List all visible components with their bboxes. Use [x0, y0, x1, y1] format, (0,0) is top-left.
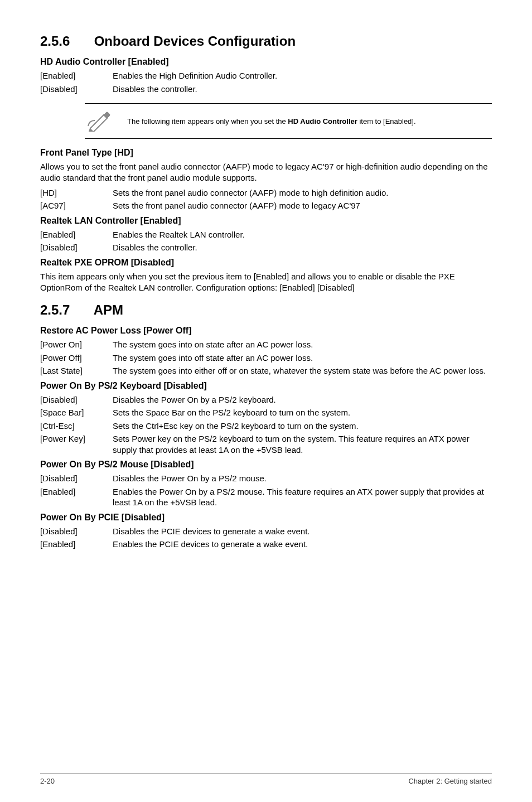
config-row: [Space Bar] Sets the Space Bar on the PS… — [40, 407, 492, 418]
section-title: Onboard Devices Configuration — [94, 33, 296, 49]
option-desc: Sets the front panel audio connector (AA… — [113, 187, 492, 199]
config-row: [Enabled] Enables the Realtek LAN contro… — [40, 229, 492, 240]
option-label: [Enabled] — [40, 229, 113, 240]
option-desc: The system goes into on state after an A… — [113, 339, 492, 350]
option-label: [Disabled] — [40, 473, 113, 484]
option-desc: Sets the Space Bar on the PS/2 keyboard … — [113, 407, 492, 418]
ps2-keyboard-heading: Power On By PS/2 Keyboard [Disabled] — [40, 381, 492, 391]
chapter-label: Chapter 2: Getting started — [408, 777, 492, 785]
pencil-icon — [87, 108, 112, 134]
option-desc: Disables the Power On by a PS/2 keyboard… — [113, 394, 492, 405]
section-number: 2.5.7 — [40, 302, 90, 318]
option-desc: The system goes into off state after an … — [113, 352, 492, 364]
config-row: [Enabled] Enables the PCIE devices to ge… — [40, 539, 492, 550]
front-panel-heading: Front Panel Type [HD] — [40, 148, 492, 158]
config-row: [Power On] The system goes into on state… — [40, 339, 492, 350]
option-label: [Enabled] — [40, 70, 113, 81]
option-desc: Disables the controller. — [113, 84, 492, 95]
realtek-pxe-heading: Realtek PXE OPROM [Disabled] — [40, 258, 492, 268]
option-desc: Enables the Realtek LAN controller. — [113, 229, 492, 240]
note-prefix: The following item appears only when you… — [127, 117, 288, 125]
option-desc: Sets the front panel audio connector (AA… — [113, 200, 492, 211]
config-row: [Disabled] Disables the Power On by a PS… — [40, 394, 492, 405]
section-title: APM — [94, 302, 123, 317]
option-label: [AC97] — [40, 200, 113, 211]
config-row: [Last State] The system goes into either… — [40, 365, 492, 376]
note-block: The following item appears only when you… — [85, 103, 492, 139]
section-number: 2.5.6 — [40, 33, 90, 49]
config-row: [Enabled] Enables the Power On by a PS/2… — [40, 486, 492, 508]
option-label: [Power Off] — [40, 352, 113, 364]
config-row: [AC97] Sets the front panel audio connec… — [40, 200, 492, 211]
option-label: [Disabled] — [40, 84, 113, 95]
option-label: [Power On] — [40, 339, 113, 350]
option-label: [HD] — [40, 187, 113, 199]
option-desc: The system goes into either off or on st… — [113, 365, 492, 376]
option-label: [Space Bar] — [40, 407, 113, 418]
option-label: [Disabled] — [40, 394, 113, 405]
config-row: [HD] Sets the front panel audio connecto… — [40, 187, 492, 199]
front-panel-intro: Allows you to set the front panel audio … — [40, 161, 492, 184]
option-label: [Ctrl-Esc] — [40, 421, 113, 432]
option-label: [Enabled] — [40, 486, 113, 508]
realtek-pxe-body: This item appears only when you set the … — [40, 271, 492, 294]
option-label: [Disabled] — [40, 526, 113, 537]
config-row: [Ctrl-Esc] Sets the Ctrl+Esc key on the … — [40, 421, 492, 432]
option-label: [Last State] — [40, 365, 113, 376]
section-heading-257: 2.5.7 APM — [40, 302, 492, 318]
option-desc: Disables the controller. — [113, 242, 492, 253]
config-row: [Power Off] The system goes into off sta… — [40, 352, 492, 364]
pcie-heading: Power On By PCIE [Disabled] — [40, 513, 492, 523]
page-number: 2-20 — [40, 777, 55, 785]
config-row: [Disabled] Disables the PCIE devices to … — [40, 526, 492, 537]
restore-ac-heading: Restore AC Power Loss [Power Off] — [40, 326, 492, 336]
option-desc: Enables the High Definition Audio Contro… — [113, 70, 492, 81]
page-footer: 2-20 Chapter 2: Getting started — [40, 773, 492, 785]
realtek-lan-heading: Realtek LAN Controller [Enabled] — [40, 216, 492, 226]
option-desc: Sets the Ctrl+Esc key on the PS/2 keyboa… — [113, 421, 492, 432]
section-heading-256: 2.5.6 Onboard Devices Configuration — [40, 33, 492, 49]
option-label: [Power Key] — [40, 433, 113, 455]
option-label: [Enabled] — [40, 539, 113, 550]
config-row: [Enabled] Enables the High Definition Au… — [40, 70, 492, 81]
config-row: [Power Key] Sets Power key on the PS/2 k… — [40, 433, 492, 455]
option-label: [Disabled] — [40, 242, 113, 253]
option-desc: Enables the PCIE devices to generate a w… — [113, 539, 492, 550]
note-suffix: item to [Enabled]. — [357, 117, 416, 125]
option-desc: Sets Power key on the PS/2 keyboard to t… — [113, 433, 492, 455]
option-desc: Disables the PCIE devices to generate a … — [113, 526, 492, 537]
hd-audio-heading: HD Audio Controller [Enabled] — [40, 57, 492, 67]
config-row: [Disabled] Disables the controller. — [40, 242, 492, 253]
note-text: The following item appears only when you… — [127, 117, 416, 125]
config-row: [Disabled] Disables the controller. — [40, 84, 492, 95]
option-desc: Disables the Power On by a PS/2 mouse. — [113, 473, 492, 484]
note-bold: HD Audio Controller — [288, 117, 357, 125]
config-row: [Disabled] Disables the Power On by a PS… — [40, 473, 492, 484]
ps2-mouse-heading: Power On By PS/2 Mouse [Disabled] — [40, 460, 492, 470]
option-desc: Enables the Power On by a PS/2 mouse. Th… — [113, 486, 492, 508]
